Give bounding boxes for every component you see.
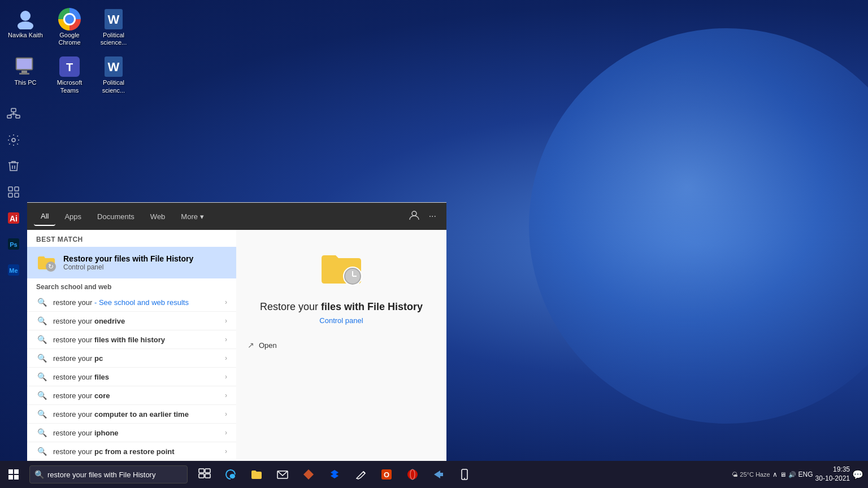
svg-text:Ai: Ai (10, 214, 18, 223)
search-result-normal-0: restore your (53, 298, 94, 307)
taskbar-search-bar[interactable]: 🔍 (29, 465, 188, 483)
search-result-item-5[interactable]: 🔍 restore your core › (27, 386, 236, 405)
desktop-icon-navika-label: Navika Kaith (8, 32, 43, 39)
person-icon (14, 8, 37, 30)
search-result-text-8: restore your pc from a restore point (53, 447, 219, 456)
arrow-app-icon[interactable] (426, 462, 451, 487)
desktop-icon-teams[interactable]: T Microsoft Teams (50, 53, 89, 96)
best-match-item[interactable]: ↻ Restore your files with File History C… (27, 247, 236, 278)
desktop-icons: Navika Kaith Google Chrome W Political s… (6, 6, 133, 97)
svg-text:Ps: Ps (10, 241, 17, 248)
sidebar-icon-network[interactable] (1, 102, 26, 127)
sidebar-icon-adobe[interactable]: Ai (1, 206, 26, 230)
svg-rect-40 (199, 469, 204, 473)
svg-text:Me: Me (9, 267, 18, 274)
search-more-options-icon[interactable]: ··· (426, 208, 440, 225)
svg-rect-7 (19, 73, 29, 75)
taskbar-search-icon: 🔍 (34, 470, 44, 479)
svg-rect-20 (15, 187, 19, 191)
search-icon-7: 🔍 (36, 428, 47, 437)
sidebar-icon-recycle[interactable] (1, 154, 26, 178)
open-action-label: Open (259, 341, 277, 350)
dropbox-icon[interactable] (322, 462, 347, 487)
tray-sound-icon[interactable]: 🔊 (788, 471, 796, 478)
search-result-text-4: restore your files (53, 373, 219, 381)
best-match-title: Restore your files with File History (63, 254, 227, 263)
tray-notification-icon[interactable]: 💬 (852, 469, 863, 480)
search-result-item-7[interactable]: 🔍 restore your iphone › (27, 424, 236, 442)
desktop-icon-word2[interactable]: W Political scienc... (94, 53, 133, 96)
office-icon[interactable]: O (374, 462, 399, 487)
svg-point-18 (12, 138, 15, 142)
search-result-bold-4: files (94, 373, 109, 381)
sidebar-icon-photoshop[interactable]: Ps (1, 232, 26, 256)
search-result-item-2[interactable]: 🔍 restore your files with file history › (27, 330, 236, 349)
system-tray: 🌤 25°C Haze ∧ 🖥 🔊 ENG 19:35 30-10-2021 💬 (732, 465, 868, 483)
svg-rect-5 (17, 59, 32, 69)
sidebar-icon-settings[interactable] (1, 128, 26, 152)
search-result-item-3[interactable]: 🔍 restore your pc › (27, 349, 236, 368)
open-action-icon: ↗ (248, 341, 254, 350)
teams-icon: T (58, 55, 81, 78)
start-button[interactable] (0, 461, 27, 488)
svg-rect-12 (11, 108, 16, 112)
right-panel-icon (319, 247, 364, 292)
file-explorer-icon[interactable] (244, 462, 269, 487)
tray-weather: 🌤 25°C Haze (732, 471, 770, 478)
taskbar-search-input[interactable] (47, 470, 183, 479)
sketch-icon[interactable] (348, 462, 373, 487)
svg-text:O: O (384, 470, 389, 479)
tab-web[interactable]: Web (144, 208, 172, 225)
tray-datetime[interactable]: 19:35 30-10-2021 (815, 465, 850, 483)
edge-taskbar-icon[interactable] (218, 462, 243, 487)
diamond-app-icon[interactable] (296, 462, 321, 487)
taskview-icon[interactable] (192, 462, 217, 487)
open-action-button[interactable]: ↗ Open (248, 338, 277, 352)
tab-more[interactable]: More ▾ (174, 208, 211, 225)
search-user-icon[interactable] (405, 206, 423, 226)
tab-apps[interactable]: Apps (58, 208, 88, 225)
mail-icon[interactable] (270, 462, 295, 487)
desktop-icon-thispc[interactable]: This PC (6, 53, 45, 96)
search-result-arrow-8: › (225, 447, 227, 455)
search-result-normal-5: restore your (53, 391, 94, 400)
search-icon-1: 🔍 (36, 316, 47, 325)
tab-documents[interactable]: Documents (90, 208, 141, 225)
best-match-folder-icon: ↻ (36, 252, 57, 273)
best-match-label: Best match (27, 230, 236, 247)
tab-all[interactable]: All (34, 207, 55, 226)
search-result-item-4[interactable]: 🔍 restore your files › (27, 368, 236, 386)
desktop-icon-chrome-label: Google Chrome (52, 32, 87, 46)
search-result-arrow-3: › (225, 354, 227, 362)
search-result-item-1[interactable]: 🔍 restore your onedrive › (27, 312, 236, 330)
search-result-bold-6: computer to an earlier time (94, 410, 189, 419)
sidebar-icon-control[interactable] (1, 180, 26, 204)
search-result-text-2: restore your files with file history (53, 336, 219, 344)
word-icon: W (102, 8, 125, 30)
svg-rect-41 (205, 469, 210, 473)
weather-text: 25°C Haze (740, 471, 770, 478)
desktop-icon-word1-label: Political science... (96, 32, 131, 46)
svg-point-1 (18, 21, 33, 29)
search-icon-8: 🔍 (36, 447, 47, 456)
best-match-title-normal: Restore your (63, 254, 114, 263)
search-result-item-6[interactable]: 🔍 restore your computer to an earlier ti… (27, 405, 236, 424)
search-right-panel: Restore your files with File History Con… (236, 230, 446, 461)
desktop-icon-word1[interactable]: W Political science... (94, 6, 133, 49)
desktop-icon-navika[interactable]: Navika Kaith (6, 6, 45, 49)
search-result-item-8[interactable]: 🔍 restore your pc from a restore point › (27, 442, 236, 461)
tray-time-text: 19:35 (815, 465, 850, 474)
tray-network-icon[interactable]: 🖥 (780, 471, 786, 478)
search-result-normal-2: restore your (53, 336, 94, 344)
taskbar-app-icons: O (192, 462, 477, 487)
svg-line-16 (10, 114, 14, 115)
phone-icon[interactable] (452, 462, 477, 487)
svg-text:T: T (66, 61, 73, 73)
search-icon-4: 🔍 (36, 372, 47, 381)
opera-icon[interactable] (400, 462, 425, 487)
desktop-icon-chrome[interactable]: Google Chrome (50, 6, 89, 49)
search-result-text-5: restore your core (53, 391, 219, 400)
search-result-item-0[interactable]: 🔍 restore your - See school and web resu… (27, 293, 236, 312)
sidebar-icon-edge[interactable]: Me (1, 258, 26, 282)
tray-up-arrow-icon[interactable]: ∧ (772, 470, 778, 478)
